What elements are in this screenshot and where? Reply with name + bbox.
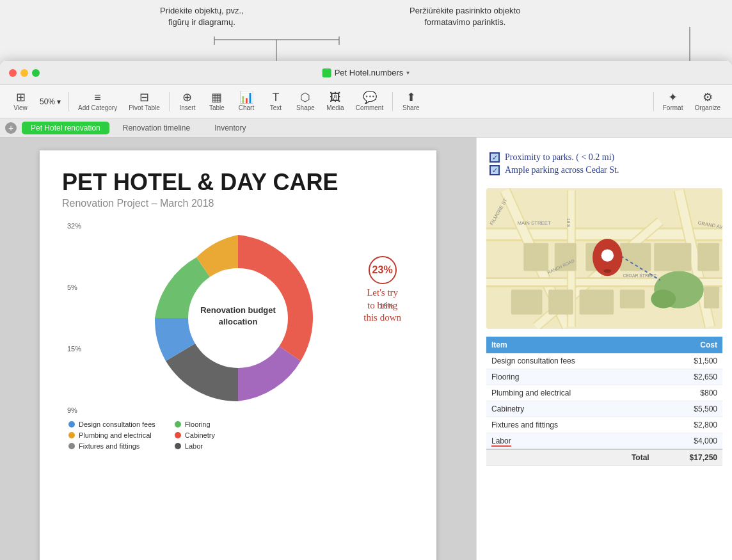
view-button[interactable]: ⊞ View — [6, 89, 35, 114]
add-category-button[interactable]: ≡ Add Category — [73, 89, 122, 114]
table-cell-cost: $4,000 — [655, 433, 722, 450]
shape-button[interactable]: ⬡ Shape — [291, 89, 320, 114]
table-icon: ▦ — [211, 92, 222, 103]
legend-item-fixtures: Fixtures and fittings — [68, 442, 155, 450]
col-header-item: Item — [486, 337, 655, 353]
table-row: Fixtures and fittings$2,800 — [486, 417, 722, 433]
chevron-down-icon[interactable]: ▾ — [406, 69, 410, 76]
svg-text:CEDAR STREET: CEDAR STREET — [623, 273, 656, 278]
col-header-cost: Cost — [655, 337, 722, 353]
table-cell-item: Flooring — [486, 369, 655, 385]
main-window: Pet Hotel.numbers ▾ ⊞ View 50% ▾ ≡ Add C… — [0, 61, 732, 560]
table-cell-cost: $2,650 — [655, 369, 722, 385]
legend-item-cabinetry: Cabinetry — [175, 431, 215, 439]
separator — [169, 92, 170, 111]
chart-left-labels: 32% 5% 15% 9% — [67, 222, 81, 414]
format-button[interactable]: ✦ Format — [658, 89, 688, 114]
table-button[interactable]: ▦ Table — [203, 89, 231, 114]
insert-button[interactable]: ⊕ Insert — [173, 89, 202, 114]
shape-icon: ⬡ — [300, 92, 310, 103]
legend-item-design: Design consultation fees — [68, 420, 155, 428]
comment-icon: 💬 — [363, 92, 377, 103]
fullscreen-button[interactable] — [32, 69, 40, 77]
tab-renovation-timeline[interactable]: Renovation timeline — [112, 121, 201, 135]
document-title: PET HOTEL & DAY CARE — [62, 170, 414, 195]
organize-button[interactable]: ⚙ Organize — [689, 89, 726, 114]
minimize-button[interactable] — [20, 69, 28, 77]
insert-icon: ⊕ — [182, 92, 192, 103]
zoom-button[interactable]: 50% ▾ — [36, 95, 65, 108]
svg-point-36 — [604, 269, 612, 273]
organize-icon: ⚙ — [703, 92, 713, 103]
main-content: PET HOTEL & DAY CARE Renovation Project … — [0, 138, 732, 560]
table-cell-item: Labor — [486, 433, 655, 450]
right-panel: ✓ Proximity to parks. ( < 0.2 mi) ✓ Ampl… — [476, 138, 732, 560]
svg-point-22 — [651, 290, 676, 308]
svg-rect-28 — [548, 290, 573, 315]
legend-dot-plumbing — [68, 432, 75, 438]
checkbox-parking[interactable]: ✓ — [489, 165, 500, 175]
tab-pet-hotel-renovation[interactable]: Pet Hotel renovation — [22, 122, 109, 134]
window-title: Pet Hotel.numbers — [335, 68, 404, 77]
traffic-lights — [9, 69, 40, 77]
table-total-row: Total$17,250 — [486, 449, 722, 466]
text-button[interactable]: T Text — [262, 89, 290, 114]
format-icon: ✦ — [668, 92, 678, 103]
svg-rect-26 — [620, 243, 651, 271]
svg-text:Renovation budget: Renovation budget — [200, 305, 276, 315]
svg-text:MAIN STREET: MAIN STREET — [518, 220, 551, 226]
table-row: Plumbing and electrical$800 — [486, 385, 722, 401]
table-header-row: Item Cost — [486, 337, 722, 353]
svg-rect-32 — [697, 243, 719, 271]
tabbar: + Pet Hotel renovation Renovation timeli… — [0, 118, 732, 138]
pivot-icon: ⊟ — [139, 92, 149, 103]
titlebar-center: Pet Hotel.numbers ▾ — [322, 68, 410, 77]
text-icon: T — [272, 92, 279, 103]
donut-chart: Renovation budget allocation — [142, 222, 334, 414]
comment-button[interactable]: 💬 Comment — [351, 89, 388, 114]
close-button[interactable] — [9, 69, 17, 77]
table-cell-item: Design consultation fees — [486, 353, 655, 369]
svg-text:18 S: 18 S — [566, 218, 571, 227]
titlebar: Pet Hotel.numbers ▾ — [0, 61, 732, 85]
table-cell-item: Fixtures and fittings — [486, 417, 655, 433]
chevron-down-icon: ▾ — [57, 97, 61, 106]
add-category-icon: ≡ — [94, 92, 101, 103]
table-row: Flooring$2,650 — [486, 369, 722, 385]
svg-rect-27 — [511, 290, 543, 315]
toolbar-right: ✦ Format ⚙ Organize — [651, 89, 726, 114]
tab-inventory[interactable]: Inventory — [203, 121, 257, 135]
separator — [68, 92, 69, 111]
document-area[interactable]: PET HOTEL & DAY CARE Renovation Project … — [0, 138, 476, 560]
checklist: ✓ Proximity to parks. ( < 0.2 mi) ✓ Ampl… — [486, 147, 722, 180]
chart-button[interactable]: 📊 Chart — [232, 89, 260, 114]
media-icon: 🖼 — [330, 92, 341, 103]
share-button[interactable]: ⬆ Share — [397, 89, 425, 114]
map-container: FILMORE ST MAIN STREET GRAND AVENUE RANC… — [486, 188, 722, 329]
legend-dot-labor — [175, 443, 181, 449]
view-icon: ⊞ — [16, 92, 26, 103]
pivot-table-button[interactable]: ⊟ Pivot Table — [123, 89, 165, 114]
total-label: Total — [486, 449, 655, 466]
checkbox-parks[interactable]: ✓ — [489, 152, 500, 163]
legend-column-2: Flooring Cabinetry Labor — [175, 420, 215, 450]
svg-rect-23 — [523, 243, 548, 271]
chart-section: 32% 5% 15% 9% — [62, 222, 414, 414]
table-row: Design consultation fees$1,500 — [486, 353, 722, 369]
document-page: PET HOTEL & DAY CARE Renovation Project … — [40, 150, 436, 560]
add-tab-button[interactable]: + — [5, 122, 17, 134]
legend-dot-design — [68, 421, 75, 428]
separator — [392, 92, 393, 111]
annotation-right: Peržiūrėkite pasirinkto objekto formatav… — [410, 5, 520, 28]
annotation-left: Pridėkite objektų, pvz., figūrų ir diagr… — [160, 5, 244, 28]
table-cell-cost: $2,800 — [655, 417, 722, 433]
table-cell-cost: $800 — [655, 385, 722, 401]
table-cell-cost: $5,500 — [655, 401, 722, 417]
circle-annotation: 23% Let's tryto bringthis down — [363, 256, 401, 324]
svg-text:allocation: allocation — [219, 317, 258, 326]
chart-legend: Design consultation fees Plumbing and el… — [62, 420, 414, 450]
table-cell-item: Plumbing and electrical — [486, 385, 655, 401]
document-subtitle: Renovation Project – March 2018 — [62, 198, 414, 209]
media-button[interactable]: 🖼 Media — [321, 89, 349, 114]
annotations: Pridėkite objektų, pvz., figūrų ir diagr… — [0, 0, 732, 70]
